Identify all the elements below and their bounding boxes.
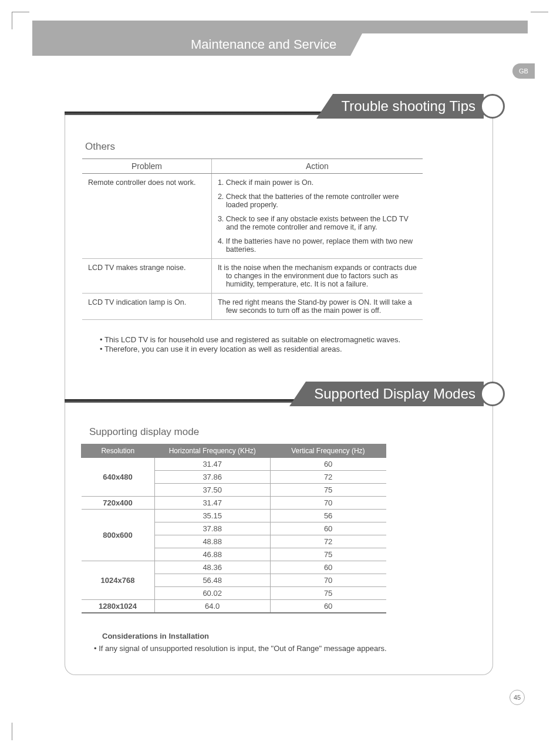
hfreq-cell: 56.48: [154, 574, 270, 587]
resolution-cell: 800x600: [82, 510, 155, 561]
vfreq-cell: 56: [270, 510, 386, 522]
subheading-supporting-mode: Supporting display mode: [76, 426, 464, 438]
table-row: 1280x102464.060: [82, 600, 386, 613]
col-problem: Problem: [82, 159, 211, 174]
vfreq-cell: 75: [270, 548, 386, 561]
display-modes-table: Resolution Horizontal Frequency (KHz) Ve…: [81, 444, 386, 613]
table-row: LCD TV makes strange noise.It is the noi…: [82, 259, 423, 294]
table-row: 720x40031.4770: [82, 497, 386, 510]
crop-mark: [531, 723, 548, 740]
hfreq-cell: 48.36: [154, 561, 270, 574]
supported-modes-block: Supporting display mode Resolution Horiz…: [76, 426, 464, 613]
header-bar: [32, 21, 528, 33]
crop-mark: [12, 723, 29, 740]
vfreq-cell: 75: [270, 484, 386, 497]
considerations-line: • If any signal of unsupported resolutio…: [76, 644, 464, 653]
action-item: It is the noise when the mechanism expan…: [218, 264, 417, 288]
col-hfreq: Horizontal Frequency (KHz): [154, 444, 270, 458]
vfreq-cell: 60: [270, 600, 386, 613]
hfreq-cell: 31.47: [154, 458, 270, 471]
troubleshooting-table: Problem Action Remote controller does no…: [82, 159, 423, 320]
hfreq-cell: 60.02: [154, 587, 270, 600]
resolution-cell: 1280x1024: [82, 600, 155, 613]
considerations-block: Considerations in Installation • If any …: [76, 632, 464, 653]
section-title: Maintenance and Service: [32, 33, 350, 56]
action-item: 1. Check if main power is On.: [218, 178, 417, 187]
crop-mark: [12, 12, 29, 29]
problem-cell: Remote controller does not work.: [82, 174, 211, 259]
hfreq-cell: 48.88: [154, 535, 270, 548]
hfreq-cell: 37.88: [154, 522, 270, 535]
vfreq-cell: 72: [270, 535, 386, 548]
problem-cell: LCD TV makes strange noise.: [82, 259, 211, 294]
hfreq-cell: 37.86: [154, 471, 270, 484]
note-line: • Therefore, you can use it in every loc…: [76, 345, 464, 353]
hfreq-cell: 31.47: [154, 497, 270, 510]
resolution-cell: 1024x768: [82, 561, 155, 600]
action-cell: It is the noise when the mechanism expan…: [211, 259, 423, 294]
vfreq-cell: 70: [270, 574, 386, 587]
action-item: 3. Check to see if any obstacle exists b…: [218, 215, 417, 231]
crop-mark: [531, 12, 548, 29]
action-cell: 1. Check if main power is On.2. Check th…: [211, 174, 423, 259]
hfreq-cell: 35.15: [154, 510, 270, 522]
troubleshooting-notes: • This LCD TV is for household use and r…: [76, 335, 464, 354]
table-row: LCD TV indication lamp is On.The red rig…: [82, 294, 423, 320]
vfreq-cell: 72: [270, 471, 386, 484]
table-row: 640x48031.4760: [82, 458, 386, 471]
col-vfreq: Vertical Frequency (Hz): [270, 444, 386, 458]
hfreq-cell: 64.0: [154, 600, 270, 613]
page-number: 45: [510, 690, 525, 705]
hfreq-cell: 37.50: [154, 484, 270, 497]
resolution-cell: 720x400: [82, 497, 155, 510]
heading-circle-icon: [480, 382, 505, 406]
table-row: 1024x76848.3660: [82, 561, 386, 574]
heading-troubleshooting: Trouble shooting Tips: [316, 94, 505, 119]
heading-supported-modes: Supported Display Modes: [289, 382, 505, 406]
resolution-cell: 640x480: [82, 458, 155, 497]
vfreq-cell: 60: [270, 458, 386, 471]
action-item: 2. Check that the batteries of the remot…: [218, 193, 417, 209]
heading-text: Supported Display Modes: [306, 382, 484, 406]
heading-text: Trouble shooting Tips: [333, 94, 484, 119]
vfreq-cell: 75: [270, 587, 386, 600]
col-resolution: Resolution: [82, 444, 155, 458]
troubleshooting-block: Others Problem Action Remote controller …: [76, 141, 464, 320]
heading-circle-icon: [480, 94, 505, 119]
action-item: 4. If the batteries have no power, repla…: [218, 237, 417, 254]
language-badge: GB: [512, 63, 535, 79]
note-line: • This LCD TV is for household use and r…: [76, 335, 464, 344]
vfreq-cell: 70: [270, 497, 386, 510]
section-tab: Maintenance and Service: [32, 33, 362, 56]
problem-cell: LCD TV indication lamp is On.: [82, 294, 211, 320]
table-row: Remote controller does not work.1. Check…: [82, 174, 423, 259]
vfreq-cell: 60: [270, 561, 386, 574]
vfreq-cell: 60: [270, 522, 386, 535]
col-action: Action: [211, 159, 423, 174]
action-item: The red right means the Stand-by power i…: [218, 298, 417, 315]
tab-slant: [350, 33, 362, 56]
considerations-title: Considerations in Installation: [76, 632, 464, 640]
table-row: 800x60035.1556: [82, 510, 386, 522]
hfreq-cell: 46.88: [154, 548, 270, 561]
action-cell: The red right means the Stand-by power i…: [211, 294, 423, 320]
subheading-others: Others: [76, 141, 464, 153]
